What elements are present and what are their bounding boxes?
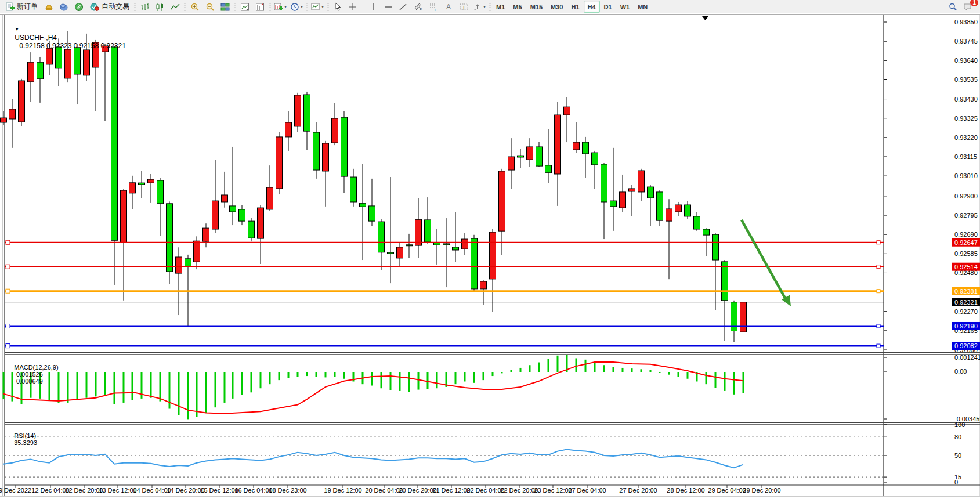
candle (129, 183, 136, 193)
macd-bar (160, 372, 161, 402)
time-tick-label: 29 Dec 04:00 (708, 487, 746, 494)
svg-text:0.92514: 0.92514 (954, 263, 978, 270)
candle (620, 192, 626, 208)
macd-bar (706, 372, 707, 384)
macd-bar (77, 372, 78, 400)
candle (397, 247, 403, 258)
chart-canvas[interactable]: 0.938500.937450.936400.935350.934300.933… (0, 0, 980, 499)
chart-collapse-icon[interactable]: ▼ (15, 27, 19, 32)
macd-bar (659, 372, 661, 373)
time-tick-label: 27 Dec 04:00 (568, 487, 606, 494)
macd-bar (150, 372, 152, 398)
candle (230, 206, 236, 212)
price-tick-label: 0.92270 (954, 308, 978, 315)
price-tick-label: 0.93745 (954, 38, 978, 45)
candle (610, 201, 617, 207)
macd-bar (743, 372, 744, 393)
candle (388, 252, 394, 254)
macd-bar (306, 372, 308, 376)
candle (564, 107, 570, 115)
price-tick-label: 0.92900 (954, 193, 978, 200)
candle (638, 171, 645, 192)
time-tick-label: 21 Dec 12:00 (432, 487, 470, 494)
time-tick-label: 27 Dec 20:00 (619, 487, 657, 494)
chart-ohlc-values: 0.92158 0.92323 0.92158 0.92321 (19, 42, 126, 50)
time-tick-label: 28 Dec 12:00 (667, 487, 704, 494)
chart-title: ▼ USDCHF-,H4 0.92158 0.92323 0.92158 0.9… (7, 17, 126, 58)
hline-price-label[interactable]: 0.92381 (952, 287, 980, 295)
candle (332, 118, 338, 143)
line-handle[interactable] (877, 241, 880, 244)
price-tick-label: 0.93430 (954, 96, 978, 103)
time-tick-label: 29 Dec 20:00 (743, 487, 780, 494)
candle (304, 95, 310, 131)
candle (583, 142, 589, 154)
candle (629, 189, 635, 191)
candle (648, 187, 654, 198)
current-price-label[interactable]: 0.92321 (952, 298, 980, 306)
macd-bar (288, 372, 290, 378)
hline-price-label[interactable]: 0.92082 (952, 342, 980, 350)
price-tick-label: 0.93325 (954, 115, 978, 122)
candle (555, 115, 561, 174)
macd-bar (232, 372, 234, 399)
macd-bar (3, 372, 5, 399)
svg-text:0.92321: 0.92321 (954, 299, 978, 306)
macd-bar (169, 372, 171, 409)
hline-price-label[interactable]: 0.92190 (952, 322, 980, 330)
time-tick-label: 18 Dec 23:00 (269, 487, 306, 494)
candle (139, 183, 145, 185)
hline-price-label[interactable]: 0.92647 (952, 238, 980, 247)
time-tick-label: 19 Dec 12:00 (324, 487, 361, 494)
macd-bar (279, 372, 280, 380)
line-handle[interactable] (6, 240, 10, 244)
time-tick-label: 9 Dec 2022 (0, 487, 31, 494)
line-handle[interactable] (6, 344, 10, 348)
line-handle[interactable] (877, 265, 880, 269)
candle (722, 262, 728, 301)
candle (675, 205, 682, 212)
macd-bar (622, 368, 624, 372)
price-tick-label: 0.92795 (954, 212, 978, 219)
macd-bar (529, 365, 531, 372)
candle (37, 62, 44, 79)
candle (239, 209, 245, 221)
candle (573, 142, 580, 150)
rsi-axis-label: 80 (954, 433, 961, 440)
candle (415, 219, 422, 245)
candle (685, 205, 691, 216)
candle (19, 81, 25, 122)
candle (341, 117, 348, 176)
line-handle[interactable] (6, 289, 10, 293)
candle (157, 180, 164, 204)
macd-bar (215, 372, 216, 407)
candle (323, 143, 329, 171)
macd-axis-label: 0.00 (954, 368, 967, 375)
macd-bar (187, 372, 189, 419)
time-tick-label: 12 Dec 04:00 (31, 487, 69, 494)
candle (248, 221, 255, 238)
line-handle[interactable] (6, 324, 10, 328)
line-handle[interactable] (877, 344, 880, 348)
line-handle[interactable] (6, 265, 10, 269)
macd-name: MACD(12,26,9) (14, 364, 58, 371)
macd-value: -0.001526 (14, 371, 43, 378)
line-handle[interactable] (877, 290, 880, 293)
hline-price-label[interactable]: 0.92514 (952, 263, 980, 271)
candle (462, 239, 468, 249)
macd-bar (724, 372, 726, 391)
candle (425, 220, 431, 242)
macd-bar (483, 372, 484, 380)
candle (212, 201, 219, 229)
macd-bar (114, 372, 115, 404)
time-tick-label: 12 Dec 20:00 (65, 487, 103, 494)
macd-bar (641, 369, 642, 372)
macd-bar (520, 368, 522, 372)
candle (176, 257, 182, 273)
line-handle[interactable] (877, 324, 880, 328)
macd-bar (464, 372, 466, 381)
rsi-value: 35.3293 (14, 439, 37, 446)
macd-bar (733, 372, 735, 395)
candle (360, 203, 366, 207)
macd-bar (668, 372, 670, 375)
